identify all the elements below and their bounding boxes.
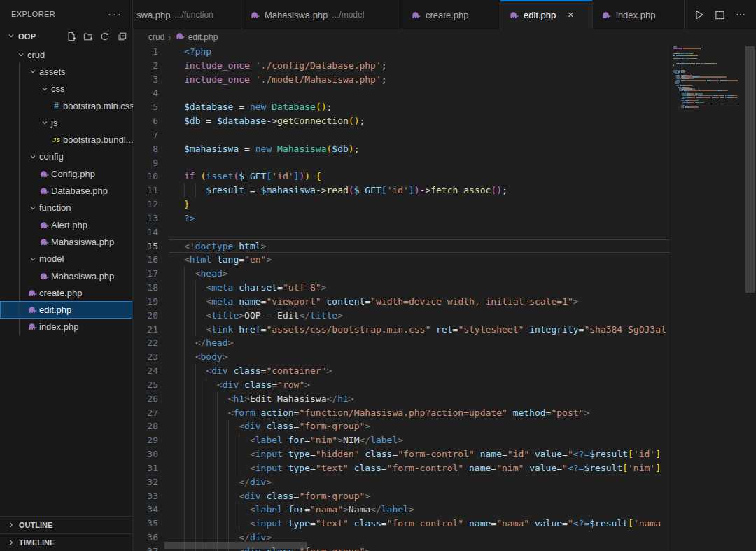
timeline-panel-header[interactable]: TIMELINE [0, 533, 132, 551]
explorer-more-actions-icon[interactable]: ··· [108, 11, 122, 18]
refresh-explorer-button[interactable] [100, 32, 110, 41]
workspace-section-header[interactable]: OOP [0, 28, 132, 45]
breadcrumb-file[interactable]: edit.php [175, 31, 218, 43]
line-number: 26 [133, 392, 169, 406]
code-line[interactable]: 18 <meta charset="utf-8"> [133, 281, 670, 295]
tree-item-edit.php[interactable]: edit.php [0, 301, 132, 318]
code-editor[interactable]: 1<?php2include_once './config/Database.p… [133, 45, 756, 551]
line-number: 32 [133, 475, 169, 489]
code-line[interactable]: 1<?php [133, 45, 670, 59]
tab-create.php[interactable]: create.php [402, 0, 500, 29]
line-number: 8 [133, 142, 169, 156]
code-line[interactable]: 4 [133, 86, 670, 100]
tree-item-bootstrap.min.css[interactable]: #bootstrap.min.css [0, 97, 132, 114]
collapse-all-icon[interactable] [117, 32, 127, 41]
code-line[interactable]: 3include_once './model/Mahasiswa.php'; [133, 73, 670, 87]
run-icon[interactable] [694, 9, 705, 20]
tree-item-config.php[interactable]: Config.php [0, 165, 132, 182]
line-number: 7 [133, 128, 169, 142]
code-line[interactable]: 12} [133, 197, 670, 211]
code-content[interactable]: 1<?php2include_once './config/Database.p… [133, 45, 670, 551]
code-line[interactable]: 17 <head> [133, 267, 670, 281]
code-line[interactable]: 15<!doctype html> [133, 239, 670, 253]
more-actions-button[interactable] [735, 9, 746, 20]
run-button[interactable] [694, 9, 705, 20]
php-file-icon [509, 10, 519, 20]
tree-item-database.php[interactable]: Database.php [0, 182, 132, 199]
more-actions-icon[interactable] [735, 9, 746, 20]
new-file-button[interactable] [66, 32, 76, 41]
code-line[interactable]: 29 <label for="nim">NIM</label> [133, 433, 670, 447]
code-line[interactable]: 14 [133, 225, 670, 239]
tab-swa.php[interactable]: swa.php.../function [133, 0, 241, 29]
tree-item-bootstrap.bundl...[interactable]: JSbootstrap.bundl... [0, 131, 132, 148]
code-line[interactable]: 28 <div class="form-group"> [133, 419, 670, 433]
tree-item-create.php[interactable]: create.php [0, 284, 132, 301]
code-line[interactable]: 13?> [133, 211, 670, 225]
code-line[interactable]: 5$database = new Database(); [133, 100, 670, 114]
collapse-folders-button[interactable] [117, 32, 127, 41]
file-tree: crudassetscss#bootstrap.min.cssjsJSboots… [0, 46, 132, 335]
code-line[interactable]: 22 </head> [133, 336, 670, 350]
close-tab-icon[interactable]: × [564, 8, 577, 21]
breadcrumb-folder[interactable]: crud [148, 32, 164, 42]
split-editor-button[interactable] [715, 10, 725, 20]
line-number: 6 [133, 114, 169, 128]
code-line[interactable]: 7 [133, 128, 670, 142]
breadcrumb: crud › edit.php [133, 29, 756, 45]
tree-item-js[interactable]: js [0, 114, 132, 131]
line-number: 27 [133, 406, 169, 420]
refresh-icon[interactable] [100, 32, 110, 41]
code-line[interactable]: 19 <meta name="viewport" content="width=… [133, 295, 670, 309]
new-folder-button[interactable] [83, 32, 93, 41]
vertical-scrollbar[interactable] [746, 46, 755, 293]
tree-item-css[interactable]: css [0, 81, 132, 97]
line-number: 30 [133, 447, 169, 461]
code-line[interactable]: 23 <body> [133, 350, 670, 364]
tree-item-assets[interactable]: assets [0, 63, 132, 80]
code-line[interactable]: 27 <form action="function/Mahasiswa.php?… [133, 406, 670, 420]
code-line[interactable]: 9 [133, 156, 670, 170]
tab-Mahasiswa.php[interactable]: Mahasiswa.php.../model [241, 0, 402, 29]
tree-item-index.php[interactable]: index.php [0, 319, 132, 335]
code-line[interactable]: 8$mahasiswa = new Mahasiswa($db); [133, 142, 670, 156]
chevron-down-icon [41, 85, 49, 93]
tab-index.php[interactable]: index.php [593, 0, 685, 29]
line-number: 29 [133, 433, 169, 447]
chevron-right-icon [7, 521, 15, 529]
code-line[interactable]: 11 $result = $mahasiswa->read($_GET['id'… [133, 183, 670, 197]
tree-item-function[interactable]: function [0, 200, 132, 216]
new-folder-icon[interactable] [83, 32, 93, 41]
code-line[interactable]: 2include_once './config/Database.php'; [133, 59, 670, 73]
tree-item-crud[interactable]: crud [0, 46, 132, 63]
code-line[interactable]: 32 </div> [133, 475, 670, 489]
php-file-icon [411, 10, 421, 20]
outline-panel-header[interactable]: OUTLINE [0, 516, 132, 533]
code-line[interactable]: 31 <input type="text" class="form-contro… [133, 461, 670, 475]
code-line[interactable]: 21 <link href="assets/css/bootstrap.min.… [133, 323, 670, 337]
split-editor-icon[interactable] [715, 10, 725, 20]
code-line[interactable]: 24 <div class="container"> [133, 364, 670, 378]
tab-edit.php[interactable]: edit.php× [500, 0, 593, 29]
code-line[interactable]: 20 <title>OOP – Edit</title> [133, 309, 670, 323]
tree-item-mahasiswa.php[interactable]: Mahasiswa.php [0, 267, 132, 284]
tree-item-alert.php[interactable]: Alert.php [0, 216, 132, 233]
code-line[interactable]: 35 <input type="text" class="form-contro… [133, 517, 670, 531]
tree-item-config[interactable]: config [0, 148, 132, 165]
code-line[interactable]: 33 <div class="form-group"> [133, 489, 670, 503]
code-line[interactable]: 34 <label for="nama">Nama</label> [133, 503, 670, 517]
minimap[interactable] [670, 45, 745, 551]
tree-item-model[interactable]: model [0, 251, 132, 267]
tree-item-mahasiswa.php[interactable]: Mahasiswa.php [0, 233, 132, 250]
code-line[interactable]: 30 <input type="hidden" class="form-cont… [133, 447, 670, 461]
horizontal-scrollbar[interactable] [164, 542, 307, 549]
explorer-header: EXPLORER ··· [0, 0, 132, 28]
code-line[interactable]: 16<html lang="en"> [133, 253, 670, 267]
chevron-down-icon [7, 30, 15, 43]
code-line[interactable]: 6$db = $database->getConnection(); [133, 114, 670, 128]
code-line[interactable]: 25 <div class="row"> [133, 378, 670, 392]
line-number: 33 [133, 489, 169, 503]
new-file-icon[interactable] [66, 32, 76, 41]
code-line[interactable]: 10if (isset($_GET['id'])) { [133, 169, 670, 183]
code-line[interactable]: 26 <h1>Edit Mahasiswa</h1> [133, 392, 670, 406]
